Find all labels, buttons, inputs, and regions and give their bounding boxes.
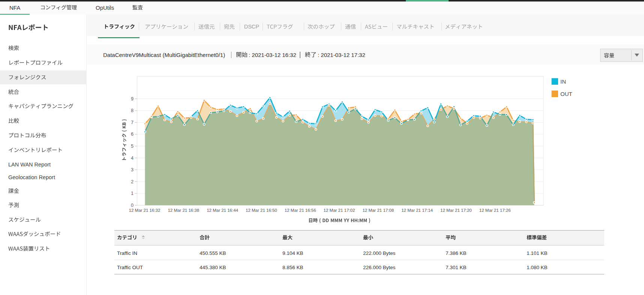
svg-text:IN: IN [560, 78, 566, 85]
svg-text:5: 5 [131, 144, 134, 149]
svg-text:6: 6 [131, 132, 134, 137]
svg-text:12 Mar 21 16:56: 12 Mar 21 16:56 [285, 208, 316, 213]
svg-text:8: 8 [131, 108, 134, 113]
svg-text:3: 3 [131, 167, 134, 172]
svg-text:12 Mar 21 17:08: 12 Mar 21 17:08 [362, 208, 394, 213]
svg-text:9: 9 [131, 96, 134, 102]
svg-text:12 Mar 21 17:02: 12 Mar 21 17:02 [324, 208, 355, 213]
svg-text:12 Mar 21 17:20: 12 Mar 21 17:20 [440, 208, 472, 213]
svg-text:1: 1 [131, 191, 134, 196]
svg-text:12 Mar 21 17:26: 12 Mar 21 17:26 [479, 208, 511, 213]
svg-text:2: 2 [131, 179, 134, 184]
svg-text:12 Mar 21 17:14: 12 Mar 21 17:14 [401, 208, 433, 213]
svg-text:12 Mar 21 16:50: 12 Mar 21 16:50 [246, 208, 277, 213]
svg-text:12 Mar 21 16:38: 12 Mar 21 16:38 [168, 208, 199, 213]
svg-text:7: 7 [131, 120, 134, 125]
svg-text:0: 0 [131, 203, 134, 208]
svg-text:12 Mar 21 16:44: 12 Mar 21 16:44 [207, 208, 238, 213]
svg-text:12 Mar 21 16:32: 12 Mar 21 16:32 [129, 208, 161, 213]
svg-text:OUT: OUT [560, 91, 572, 97]
svg-text:4: 4 [131, 156, 134, 161]
